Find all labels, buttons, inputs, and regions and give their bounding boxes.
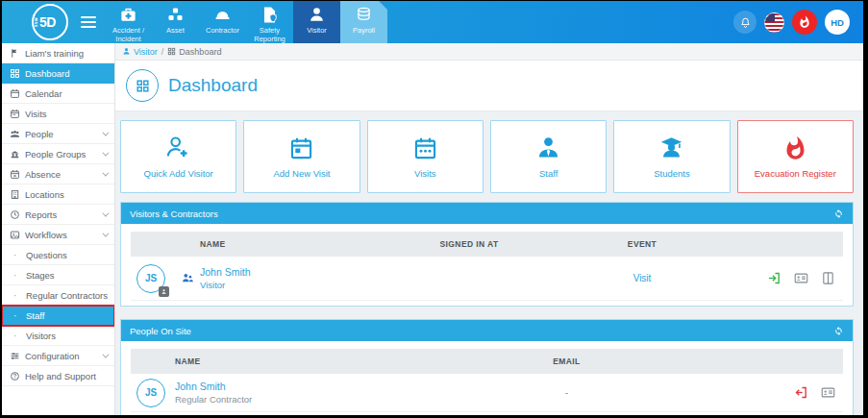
sidebar-item-label: Questions [26,250,67,260]
sidebar-item-visits[interactable]: Visits [2,104,114,124]
sidebar-item-absence[interactable]: Absence [2,164,114,184]
calendar-add-icon [288,135,314,161]
bullet-icon: · [13,290,21,301]
sidebar-item-label: Workflows [25,230,67,240]
menu-toggle-icon[interactable] [81,13,96,31]
tab-contractor[interactable]: Contractor [199,1,246,43]
sidebar-item-label: Help and Support [25,371,96,381]
card-add-new-visit[interactable]: Add New Visit [243,120,360,193]
table-row: JS John Smith Visitor [131,257,843,301]
sidebar-item-label: Stages [26,270,55,281]
sidebar-item-people-groups[interactable]: People Groups [2,144,114,164]
module-tabs: Accident / Incident Asset Contractor Saf… [105,1,387,43]
sidebar-item-calendar[interactable]: Calendar [2,84,114,104]
visitor-person-icon [308,6,326,24]
refresh-icon[interactable] [833,326,844,336]
chevron-down-icon [102,351,109,357]
table-row: JS John Smith Regular Contractor - [131,374,843,412]
person-type: Visitor [200,280,373,290]
log-book-icon[interactable] [821,271,835,285]
person-cell: John Smith Visitor [200,266,373,290]
bullet-icon: · [13,310,21,321]
quick-action-cards: Quick Add Visitor Add New Visit Visits S… [120,120,854,193]
flame-icon [798,15,811,29]
avatar-initials: JS [145,387,157,398]
refresh-icon[interactable] [833,209,844,219]
sidebar-item-label: Liam's training [25,48,84,59]
sidebar-item-help-and-support[interactable]: Help and Support [2,366,114,386]
card-quick-add-visitor[interactable]: Quick Add Visitor [120,120,236,193]
card-visits[interactable]: Visits [367,120,484,193]
topbar-actions: HD [733,1,863,43]
sidebar-item-label: Reports [25,209,57,220]
avatar[interactable]: JS [136,264,165,293]
sidebar-item-staff[interactable]: · Staff [2,306,114,326]
dashboard-grid-icon [10,68,20,79]
sign-out-icon[interactable] [794,385,808,400]
workflow-icon [10,230,20,240]
card-students[interactable]: Students [613,120,730,193]
calendar-icon [10,109,20,119]
sidebar-item-label: Absence [25,169,61,180]
card-evacuation-register[interactable]: Evacuation Register [737,120,854,193]
tab-safety-reporting[interactable]: Safety Reporting [246,1,293,43]
person-name-link[interactable]: John Smith [175,381,367,392]
notifications-button[interactable] [733,11,756,34]
chevron-down-icon [102,169,109,176]
column-name: NAME [200,239,373,249]
sidebar-item-dashboard[interactable]: Dashboard [2,63,114,84]
column-signed-in-at: SIGNED IN AT [373,239,565,249]
tab-visitor[interactable]: Visitor [293,1,340,43]
breadcrumb-parent[interactable]: Visitor [122,47,158,57]
panel-header: People On Site [121,320,853,341]
panel-header: Visitors & Contractors [121,203,853,224]
building-icon [10,189,20,200]
logo-text: 5D [39,14,66,30]
event-link[interactable]: Visit [565,273,719,283]
person-cell: John Smith Regular Contractor [175,381,367,405]
sidebar-item-regular-contractors[interactable]: · Regular Contractors [2,285,114,306]
sidebar-item-people[interactable]: People [2,124,114,144]
tab-payroll[interactable]: Payroll [340,1,387,43]
bell-icon [739,16,752,29]
id-card-icon[interactable] [821,385,835,400]
avatar[interactable]: JS [136,379,165,407]
person-name-link[interactable]: John Smith [200,266,373,278]
sign-in-icon[interactable] [767,271,781,285]
page-title-icon [126,69,159,102]
tab-label: Contractor [206,26,239,35]
card-label: Evacuation Register [755,168,836,179]
user-initials: HD [831,17,844,28]
language-flag-button[interactable] [764,12,784,33]
id-badge-icon [159,286,169,297]
sidebar-item-label: Locations [25,189,64,200]
id-card-icon[interactable] [794,271,808,285]
top-navigation-bar: ssw 5D Accident / Incident Asset Contrac… [2,1,863,43]
sliders-icon [10,351,20,361]
sidebar-item-label: People Groups [25,149,86,160]
card-staff[interactable]: Staff [490,120,607,193]
training-flag-icon [10,48,20,59]
sidebar-item-configuration[interactable]: Configuration [2,346,114,366]
sidebar-item-reports[interactable]: Reports [2,205,114,225]
column-email: EMAIL [367,357,766,366]
user-avatar[interactable]: HD [825,10,850,35]
sidebar-item-label: Visitors [26,331,56,341]
tab-asset[interactable]: Asset [152,1,199,43]
sidebar-item-locations[interactable]: Locations [2,184,114,205]
chevron-down-icon [102,129,109,135]
calendar-x-icon [10,169,20,180]
sidebar-item-stages[interactable]: · Stages [2,265,114,285]
sidebar-item-visitors[interactable]: · Visitors [2,326,114,346]
dashboard-grid-icon [167,47,176,56]
page-header: Dashboard [115,61,863,111]
panel-title: Visitors & Contractors [130,209,218,219]
tab-accident-incident[interactable]: Accident / Incident [105,1,152,43]
sidebar-item-label: Configuration [25,351,80,361]
sidebar-item-questions[interactable]: · Questions [2,245,114,265]
chevron-down-icon [102,230,109,236]
sidebar-item-liams-training[interactable]: Liam's training [2,43,114,63]
sidebar-item-workflows[interactable]: Workflows [2,225,114,245]
card-label: Add New Visit [274,168,331,179]
evacuation-alert-button[interactable] [792,10,817,35]
